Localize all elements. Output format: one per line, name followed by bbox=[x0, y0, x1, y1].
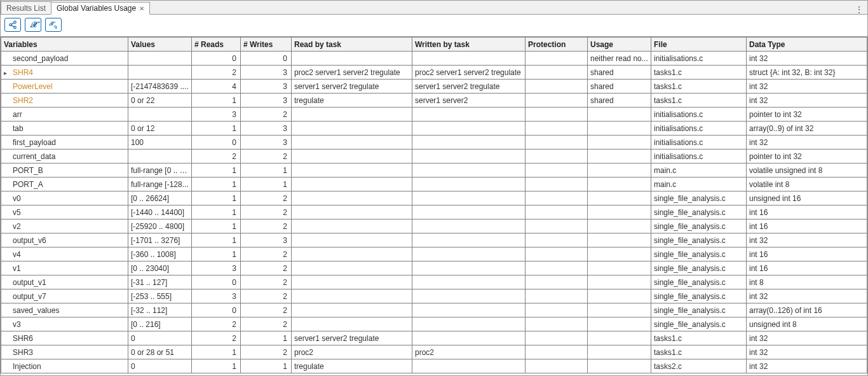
table-row[interactable]: SHR20 or 2213tregulateserver1 server2sha… bbox=[1, 94, 867, 108]
variable-name: current_data bbox=[13, 152, 55, 161]
cell-data-type: int 32 bbox=[747, 94, 867, 108]
cell-data-type: int 32 bbox=[747, 331, 867, 345]
table-row[interactable]: first_payload10003initialisations.cint 3… bbox=[1, 136, 867, 150]
close-icon[interactable]: ✕ bbox=[139, 5, 144, 12]
col-writes[interactable]: # Writes bbox=[241, 38, 292, 52]
cell-read-by bbox=[292, 191, 412, 205]
table-row[interactable]: PORT_Bfull-range [0 .. 2...11main.cvolat… bbox=[1, 164, 867, 178]
cell-usage bbox=[588, 164, 651, 178]
cell-writes: 2 bbox=[241, 317, 292, 331]
col-values[interactable]: Values bbox=[128, 38, 192, 52]
cell-written-by bbox=[412, 289, 526, 303]
cell-writes: 3 bbox=[241, 80, 292, 94]
table-row[interactable]: PowerLevel[-2147483639 ....43server1 ser… bbox=[1, 80, 867, 94]
table-row[interactable]: v2[-25920 .. 4800]12single_file_analysis… bbox=[1, 219, 867, 233]
table-row[interactable]: Injection011tregulatetasks2.cint 32 bbox=[1, 359, 867, 373]
cell-protection bbox=[526, 331, 588, 345]
col-protection[interactable]: Protection bbox=[526, 38, 588, 52]
cell-data-type: pointer to int 32 bbox=[747, 150, 867, 164]
variable-name: output_v1 bbox=[13, 278, 46, 287]
cell-usage bbox=[588, 331, 651, 345]
variable-name: v0 bbox=[13, 194, 21, 203]
table-row[interactable]: v0[0 .. 26624]12single_file_analysis.cun… bbox=[1, 191, 867, 205]
table-row[interactable]: ▸SHR423proc2 server1 server2 tregulatepr… bbox=[1, 66, 867, 80]
cell-variable: PowerLevel bbox=[1, 80, 128, 94]
tab-label: Global Variables Usage bbox=[57, 4, 136, 13]
cell-read-by bbox=[292, 219, 412, 233]
cell-writes: 2 bbox=[241, 191, 292, 205]
cell-writes: 0 bbox=[241, 52, 292, 66]
table-row[interactable]: SHR30 or 28 or 5112proc2proc2tasks1.cint… bbox=[1, 345, 867, 359]
table-row[interactable]: output_v1[-31 .. 127]02single_file_analy… bbox=[1, 275, 867, 289]
variable-name: saved_values bbox=[13, 306, 59, 315]
cell-read-by: proc2 server1 server2 tregulate bbox=[292, 66, 412, 80]
cell-values: [-253 .. 555] bbox=[128, 289, 192, 303]
cell-protection bbox=[526, 122, 588, 136]
col-file[interactable]: File bbox=[651, 38, 747, 52]
variable-name: PowerLevel bbox=[13, 82, 53, 91]
cell-file: single_file_analysis.c bbox=[651, 205, 747, 219]
cell-read-by bbox=[292, 261, 412, 275]
cell-writes: 3 bbox=[241, 122, 292, 136]
cell-reads: 2 bbox=[192, 150, 241, 164]
cell-data-type: array(0..9) of int 32 bbox=[747, 122, 867, 136]
svg-point-2 bbox=[14, 26, 17, 29]
cell-writes: 2 bbox=[241, 150, 292, 164]
cell-protection bbox=[526, 303, 588, 317]
table-row[interactable]: PORT_Afull-range [-128...11main.cvolatil… bbox=[1, 178, 867, 191]
cell-read-by bbox=[292, 205, 412, 219]
cell-reads: 1 bbox=[192, 359, 241, 373]
expand-icon[interactable]: ▸ bbox=[4, 69, 7, 76]
cell-writes: 3 bbox=[241, 233, 292, 247]
table-row[interactable]: v1[0 .. 23040]32single_file_analysis.cin… bbox=[1, 261, 867, 275]
tab-results-list[interactable]: Results List bbox=[1, 1, 51, 14]
cell-protection bbox=[526, 345, 588, 359]
table-row[interactable]: arr32initialisations.cpointer to int 32 bbox=[1, 108, 867, 122]
cell-usage bbox=[588, 219, 651, 233]
cell-values: 0 or 28 or 51 bbox=[128, 345, 192, 359]
table-row[interactable]: current_data22initialisations.cpointer t… bbox=[1, 150, 867, 164]
table-row[interactable]: v3[0 .. 216]22single_file_analysis.cunsi… bbox=[1, 317, 867, 331]
kebab-menu-icon[interactable]: ⋮ bbox=[851, 5, 867, 14]
cell-usage bbox=[588, 108, 651, 122]
cell-reads: 3 bbox=[192, 108, 241, 122]
table-row[interactable]: second_payload00neither read no...initia… bbox=[1, 52, 867, 66]
cell-file: single_file_analysis.c bbox=[651, 247, 747, 261]
cell-usage bbox=[588, 136, 651, 150]
cell-writes: 2 bbox=[241, 205, 292, 219]
share-button[interactable] bbox=[4, 18, 21, 32]
table-scroll-area[interactable]: Variables Values # Reads # Writes Read b… bbox=[1, 37, 867, 376]
cell-file: tasks1.c bbox=[651, 94, 747, 108]
col-reads[interactable]: # Reads bbox=[192, 38, 241, 52]
cell-read-by bbox=[292, 150, 412, 164]
cell-writes: 2 bbox=[241, 108, 292, 122]
table-row[interactable]: output_v7[-253 .. 555]32single_file_anal… bbox=[1, 289, 867, 303]
col-written-by-task[interactable]: Written by task bbox=[412, 38, 526, 52]
cell-protection bbox=[526, 261, 588, 275]
cell-protection bbox=[526, 66, 588, 80]
cell-values: [-1440 .. 14400] bbox=[128, 205, 192, 219]
col-read-by-task[interactable]: Read by task bbox=[292, 38, 412, 52]
variable-name: first_payload bbox=[13, 138, 56, 147]
tab-global-variables[interactable]: Global Variables Usage ✕ bbox=[51, 2, 150, 15]
table-row[interactable]: v5[-1440 .. 14400]12single_file_analysis… bbox=[1, 205, 867, 219]
cell-written-by bbox=[412, 219, 526, 233]
cell-variable: v1 bbox=[1, 261, 128, 275]
cell-data-type: int 32 bbox=[747, 233, 867, 247]
variable-button[interactable]: 𝒳 bbox=[25, 18, 41, 32]
cell-data-type: int 32 bbox=[747, 52, 867, 66]
cell-values: full-range [0 .. 2... bbox=[128, 164, 192, 178]
cell-values: 100 bbox=[128, 136, 192, 150]
table-row[interactable]: tab0 or 1213initialisations.carray(0..9)… bbox=[1, 122, 867, 136]
col-usage[interactable]: Usage bbox=[588, 38, 651, 52]
table-row[interactable]: v4[-360 .. 1008]12single_file_analysis.c… bbox=[1, 247, 867, 261]
cell-written-by bbox=[412, 303, 526, 317]
col-variables[interactable]: Variables bbox=[1, 38, 128, 52]
col-data-type[interactable]: Data Type bbox=[747, 38, 867, 52]
table-row[interactable]: SHR6021server1 server2 tregulatetasks1.c… bbox=[1, 331, 867, 345]
table-row[interactable]: saved_values[-32 .. 112]02single_file_an… bbox=[1, 303, 867, 317]
cell-read-by bbox=[292, 122, 412, 136]
cell-writes: 2 bbox=[241, 303, 292, 317]
table-row[interactable]: output_v6[-1701 .. 3276]13single_file_an… bbox=[1, 233, 867, 247]
variable-settings-button[interactable]: 𝒳 bbox=[45, 18, 62, 32]
